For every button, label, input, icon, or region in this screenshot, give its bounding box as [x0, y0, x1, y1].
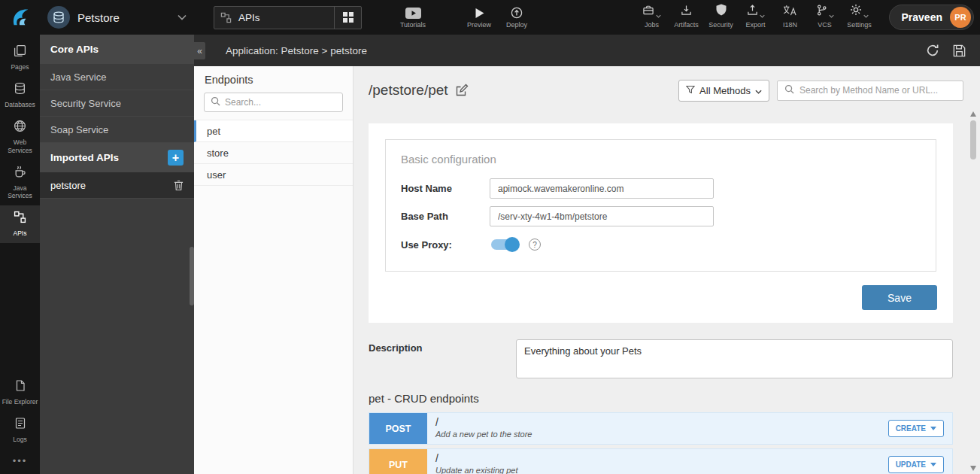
rail-item-logs[interactable]: Logs: [0, 412, 40, 449]
endpoints-title: Endpoints: [205, 74, 342, 86]
sidebar-item-petstore[interactable]: petstore: [40, 172, 194, 199]
rail-item-databases[interactable]: Databases: [0, 77, 40, 114]
use-proxy-label: Use Proxy:: [401, 239, 490, 251]
base-path-label: Base Path: [401, 211, 490, 222]
resource-type-label: APIs: [237, 12, 334, 23]
endpoint-description: Add a new pet to the store: [435, 430, 888, 439]
download-icon: [681, 5, 692, 19]
pages-icon: [14, 44, 26, 60]
basic-configuration-panel: Basic configuration Host Name Base Path …: [385, 139, 936, 272]
endpoint-row-post[interactable]: POST / Add a new pet to the store CREATE: [369, 412, 953, 445]
sidebar-item-security-service[interactable]: Security Service: [40, 90, 194, 117]
base-path-input[interactable]: [490, 206, 714, 226]
topbar: Petstore APIs Tutorials Preview: [0, 0, 980, 35]
help-icon[interactable]: ?: [529, 239, 541, 251]
sidebar-item-soap-service[interactable]: Soap Service: [40, 117, 194, 143]
security-button[interactable]: Security: [704, 7, 739, 29]
resource-type-select[interactable]: APIs: [214, 6, 362, 29]
endpoint-item-user[interactable]: user: [194, 164, 353, 186]
endpoint-path: /: [435, 452, 888, 464]
description-section: Description Everything about your Pets: [369, 339, 963, 378]
chevron-down-icon: [863, 14, 869, 18]
user-menu[interactable]: Praveen PR: [889, 5, 974, 30]
gear-icon: [850, 4, 862, 19]
update-action-button[interactable]: UPDATE: [888, 456, 944, 473]
breadcrumb-bar: Application: Petstore > petstore: [194, 35, 980, 66]
upload-icon: [747, 5, 758, 19]
host-name-input[interactable]: [490, 178, 714, 199]
breadcrumb: Application: Petstore > petstore: [226, 45, 367, 56]
scroll-up-icon[interactable]: [970, 111, 976, 117]
endpoints-list: pet store user: [194, 120, 353, 186]
endpoint-item-store[interactable]: store: [194, 142, 353, 164]
youtube-icon: [405, 7, 421, 19]
settings-button[interactable]: Settings: [842, 7, 877, 29]
i18n-button[interactable]: I18N: [773, 7, 808, 29]
methods-filter-select[interactable]: All Methods: [678, 80, 769, 102]
export-button[interactable]: Export: [739, 7, 773, 29]
avatar: PR: [950, 7, 971, 28]
artifacts-button[interactable]: Artifacts: [669, 7, 704, 29]
deploy-button[interactable]: Deploy: [500, 7, 533, 29]
project-name: Petstore: [77, 11, 170, 24]
logs-icon: [14, 417, 26, 433]
more-options-icon[interactable]: •••: [13, 449, 28, 474]
description-textarea[interactable]: Everything about your Pets: [516, 339, 953, 378]
rail-item-apis[interactable]: APIs: [0, 205, 40, 243]
save-project-icon[interactable]: [952, 44, 966, 58]
scrollbar-thumb[interactable]: [970, 120, 976, 160]
detail-header: /petstore/pet All Methods: [369, 75, 963, 105]
endpoint-item-pet[interactable]: pet: [194, 120, 353, 142]
imported-apis-header[interactable]: Imported APIs +: [40, 143, 194, 172]
description-label: Description: [369, 339, 516, 378]
main-content: Endpoints pet store user /petstore/pet: [194, 66, 980, 474]
rail-item-web-services[interactable]: Web Services: [0, 114, 40, 160]
host-name-label: Host Name: [401, 183, 490, 194]
save-button[interactable]: Save: [862, 285, 937, 310]
method-badge-put: PUT: [369, 449, 427, 474]
endpoints-panel: Endpoints pet store user: [194, 66, 353, 474]
core-apis-header[interactable]: Core APIs: [40, 35, 194, 64]
main-scrollbar[interactable]: [969, 110, 978, 472]
rail-item-pages[interactable]: Pages: [0, 39, 40, 77]
preview-button[interactable]: Preview: [463, 7, 496, 29]
method-search-input[interactable]: [799, 85, 956, 96]
chevron-down-icon: [760, 14, 765, 18]
sidebar-item-java-service[interactable]: Java Service: [40, 64, 194, 90]
create-action-button[interactable]: CREATE: [888, 420, 944, 437]
endpoints-search[interactable]: [204, 93, 343, 112]
project-selector[interactable]: Petstore: [40, 6, 194, 29]
user-name: Praveen: [902, 11, 942, 23]
globe-icon: [14, 120, 26, 135]
method-badge-post: POST: [369, 413, 427, 444]
scroll-down-icon[interactable]: [970, 466, 976, 471]
wavemaker-logo-icon[interactable]: [0, 0, 40, 35]
tutorials-button[interactable]: Tutorials: [396, 7, 429, 29]
vcs-button[interactable]: VCS: [808, 7, 842, 29]
rail-item-file-explorer[interactable]: File Explorer: [0, 374, 40, 412]
trash-icon[interactable]: [174, 180, 184, 191]
coffee-icon: [14, 166, 26, 181]
endpoints-search-input[interactable]: [225, 97, 336, 108]
endpoint-detail: /petstore/pet All Methods: [353, 66, 980, 474]
add-api-button[interactable]: +: [168, 150, 184, 166]
jobs-button[interactable]: Jobs: [635, 7, 669, 29]
core-apis-title: Core APIs: [50, 44, 99, 55]
grid-icon[interactable]: [334, 7, 361, 29]
play-icon: [475, 7, 484, 19]
endpoint-row-put[interactable]: PUT / Update an existing pet UPDATE: [369, 448, 953, 474]
database-icon: [14, 82, 26, 98]
search-icon: [784, 84, 794, 97]
edit-icon[interactable]: [455, 84, 469, 97]
apis-sidebar: Core APIs Java Service Security Service …: [40, 35, 194, 474]
refresh-icon[interactable]: [925, 43, 940, 58]
use-proxy-toggle[interactable]: [491, 239, 517, 250]
branch-icon: [816, 5, 827, 19]
rail-item-java-services[interactable]: Java Services: [0, 160, 40, 205]
method-search[interactable]: [777, 81, 963, 101]
chevron-down-icon: [829, 14, 834, 18]
search-icon: [211, 96, 220, 109]
sidebar-collapse-button[interactable]: «: [194, 42, 205, 59]
project-avatar-icon: [47, 6, 70, 29]
imported-apis-title: Imported APIs: [50, 152, 119, 163]
